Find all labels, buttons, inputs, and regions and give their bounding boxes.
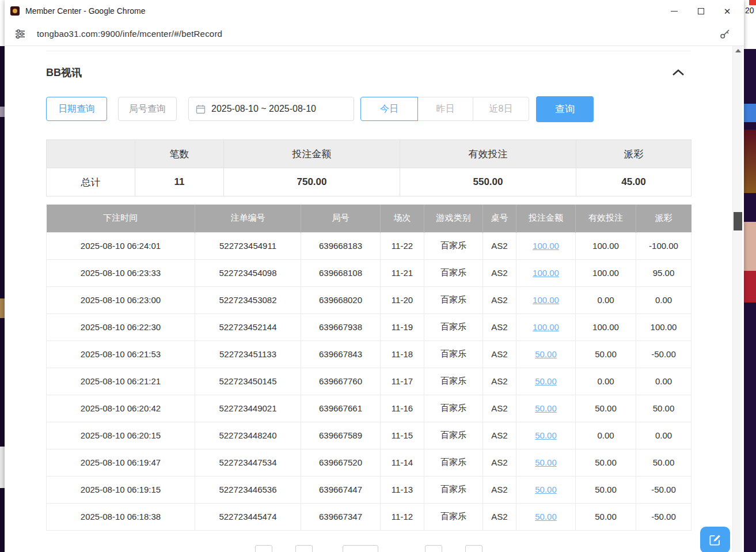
table-no-cell: AS2 <box>483 449 516 476</box>
minimize-button[interactable] <box>661 0 687 22</box>
bet-amount-cell: 100.00 <box>516 259 576 286</box>
scroll-up-arrow[interactable] <box>735 49 741 52</box>
background-banner-edge <box>744 130 756 193</box>
session-cell: 11-15 <box>381 422 424 449</box>
session-cell: 11-19 <box>381 313 424 341</box>
scrollbar-thumb[interactable] <box>734 212 742 230</box>
bet-amount-link[interactable]: 100.00 <box>533 268 559 278</box>
edit-fab-button[interactable] <box>700 527 730 552</box>
valid-bet-cell: 50.00 <box>576 395 636 422</box>
quick-range-group: 今日 昨日 近8日 <box>360 97 529 121</box>
address-url[interactable]: tongbao31.com:9900/infe/mcenter/#/betRec… <box>37 29 222 39</box>
bet-amount-link[interactable]: 50.00 <box>535 349 557 359</box>
edit-pencil-icon <box>708 533 722 547</box>
bet-amount-cell: 100.00 <box>516 313 576 341</box>
bet-time-cell: 2025-08-10 06:23:33 <box>47 259 195 286</box>
col-header-game-type: 游戏类别 <box>424 205 483 232</box>
bet-id-cell: 522723452144 <box>195 313 301 341</box>
payout-cell: 100.00 <box>636 313 692 341</box>
summary-total-row: 总计 11 750.00 550.00 45.00 <box>47 168 692 196</box>
bet-time-cell: 2025-08-10 06:20:42 <box>47 395 195 422</box>
background-site-right-edge: 20 <box>744 0 756 552</box>
game-type-cell: 百家乐 <box>424 503 483 530</box>
game-type-cell: 百家乐 <box>424 476 483 503</box>
browser-window: Member Center - Google Chrome ✕ tongbao3… <box>5 0 744 552</box>
pagination-button[interactable] <box>255 545 272 552</box>
game-type-cell: 百家乐 <box>424 368 483 395</box>
background-red-corner <box>749 0 756 5</box>
bet-time-cell: 2025-08-10 06:19:47 <box>47 449 195 476</box>
bet-id-cell: 522723447534 <box>195 449 301 476</box>
summary-col-valid-bet: 有效投注 <box>400 140 576 168</box>
valid-bet-cell: 50.00 <box>576 476 636 503</box>
page-title: BB视讯 <box>46 66 82 80</box>
date-range-input[interactable]: 2025-08-10 ~ 2025-08-10 <box>188 97 354 121</box>
summary-col-bet-amount: 投注金额 <box>224 140 400 168</box>
background-speck <box>0 107 5 117</box>
date-query-tab[interactable]: 日期查询 <box>46 97 107 121</box>
window-titlebar: Member Center - Google Chrome ✕ <box>5 0 744 22</box>
background-speck <box>0 447 5 488</box>
round-no-cell: 639667520 <box>301 449 381 476</box>
session-cell: 11-20 <box>381 286 424 313</box>
bet-id-cell: 522723445474 <box>195 503 301 530</box>
bet-time-cell: 2025-08-10 06:23:00 <box>47 286 195 313</box>
col-header-table-no: 桌号 <box>483 205 516 232</box>
bet-amount-cell: 50.00 <box>516 449 576 476</box>
round-no-cell: 639667661 <box>301 395 381 422</box>
vertical-scrollbar[interactable] <box>732 46 742 552</box>
close-icon: ✕ <box>724 7 731 16</box>
search-button[interactable]: 查询 <box>536 96 594 122</box>
bet-amount-cell: 100.00 <box>516 232 576 259</box>
session-cell: 11-12 <box>381 503 424 530</box>
bet-amount-link[interactable]: 100.00 <box>533 322 559 332</box>
date-range-value: 2025-08-10 ~ 2025-08-10 <box>211 104 316 114</box>
pagination-button[interactable] <box>465 545 483 552</box>
payout-cell: 95.00 <box>636 259 692 286</box>
bet-id-cell: 522723451133 <box>195 341 301 368</box>
bet-amount-link[interactable]: 50.00 <box>535 512 557 521</box>
bet-amount-link[interactable]: 50.00 <box>535 403 557 413</box>
bet-amount-link[interactable]: 50.00 <box>535 458 557 467</box>
session-cell: 11-14 <box>381 449 424 476</box>
bet-id-cell: 522723449021 <box>195 395 301 422</box>
round-no-cell: 639668183 <box>301 232 381 259</box>
bet-table-body: 2025-08-10 06:24:01522723454911639668183… <box>47 232 692 530</box>
valid-bet-cell: 100.00 <box>576 313 636 341</box>
bet-amount-link[interactable]: 100.00 <box>533 295 559 305</box>
bet-amount-link[interactable]: 50.00 <box>535 376 557 386</box>
last-8-days-button[interactable]: 近8日 <box>473 97 529 121</box>
bet-time-cell: 2025-08-10 06:22:30 <box>47 313 195 341</box>
col-header-bet-time: 下注时间 <box>47 205 195 232</box>
bet-amount-link[interactable]: 100.00 <box>533 241 559 251</box>
bet-amount-cell: 50.00 <box>516 422 576 449</box>
round-query-tab[interactable]: 局号查询 <box>118 97 177 121</box>
summary-payout-value: 45.00 <box>576 168 692 196</box>
maximize-button[interactable] <box>687 0 714 22</box>
bet-amount-link[interactable]: 50.00 <box>535 430 557 440</box>
summary-corner-cell <box>47 140 135 168</box>
today-button[interactable]: 今日 <box>360 97 418 121</box>
background-red-block <box>744 271 756 303</box>
collapse-section-button[interactable] <box>670 67 686 78</box>
table-no-cell: AS2 <box>483 286 516 313</box>
site-favicon <box>10 6 20 16</box>
site-info-button[interactable] <box>13 27 28 41</box>
bet-time-cell: 2025-08-10 06:20:15 <box>47 422 195 449</box>
table-row: 2025-08-10 06:21:53522723451133639667843… <box>47 341 692 368</box>
bet-id-cell: 522723448240 <box>195 422 301 449</box>
pagination-button[interactable] <box>425 545 442 552</box>
bet-amount-link[interactable]: 50.00 <box>535 485 557 494</box>
valid-bet-cell: 50.00 <box>576 503 636 530</box>
yesterday-button[interactable]: 昨日 <box>417 97 473 121</box>
bet-amount-cell: 50.00 <box>516 341 576 368</box>
valid-bet-cell: 100.00 <box>576 232 636 259</box>
table-no-cell: AS2 <box>483 476 516 503</box>
pagination-page-select[interactable] <box>343 545 378 552</box>
window-controls: ✕ <box>661 0 740 22</box>
password-key-button[interactable] <box>717 27 732 41</box>
close-button[interactable]: ✕ <box>714 0 740 22</box>
table-row: 2025-08-10 06:23:00522723453082639668020… <box>47 286 692 313</box>
table-no-cell: AS2 <box>483 422 516 449</box>
pagination-button[interactable] <box>295 545 313 552</box>
